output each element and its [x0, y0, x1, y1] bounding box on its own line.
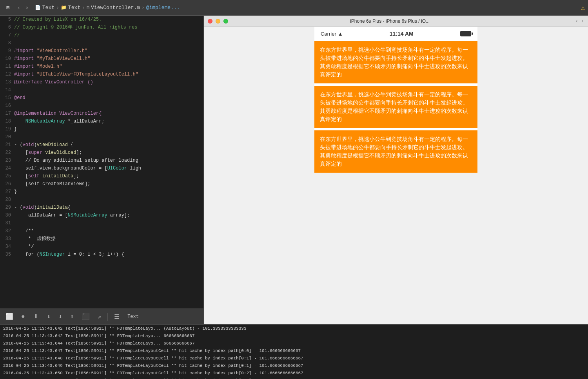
iphone-area: Carrier ▲ 11:14 AM 在东方世界里，挑选小公牛到竞技场角斗有一定… [204, 27, 588, 324]
grid-icon[interactable]: ⊞ [3, 3, 13, 13]
line-number: 22 [0, 149, 14, 157]
console-line: 2016-04-25 11:13:43.650 Text[1856:59911]… [0, 377, 588, 379]
step-over-icon[interactable]: ⬇ [45, 312, 53, 321]
table-cell[interactable]: 在东方世界里，挑选小公牛到竞技场角斗有一定的程序。每一头被带进场地的公牛都要向手… [314, 130, 477, 173]
sim-title: iPhone 6s Plus - iPhone 6s Plus / iO... [208, 18, 572, 24]
code-line: 29- (void)initailData{ [0, 204, 203, 211]
table-cell[interactable]: 在东方世界里，挑选小公牛到竞技场角斗有一定的程序。每一头被带进场地的公牛都要向手… [314, 86, 477, 128]
console-line: 2016-04-25 11:13:43.642 Text[1856:59911]… [0, 332, 588, 340]
console-line: 2016-04-25 11:13:43.650 Text[1856:59911]… [0, 370, 588, 377]
line-number: 12 [0, 70, 14, 78]
code-line: 27} [0, 188, 203, 196]
share-icon[interactable]: ↗ [96, 312, 103, 321]
folder-icon: 📁 [61, 5, 67, 11]
sim-title-bar: iPhone 6s Plus - iPhone 6s Plus / iO... … [204, 16, 588, 27]
line-number: 17 [0, 110, 14, 117]
code-line: 32 /** [0, 227, 203, 235]
cell-text: 在东方世界里，挑选小公牛到竞技场角斗有一定的程序。每一头被带进场地的公牛都要向手… [320, 46, 472, 79]
code-line: 10#import "MyTableViewCell.h" [0, 55, 203, 63]
code-line: 31 [0, 219, 203, 227]
cell-divider [314, 128, 477, 130]
back-arrow[interactable]: ‹ [16, 4, 22, 12]
line-number: 35 [0, 251, 14, 258]
line-content: [super viewDidLoad]; [14, 149, 82, 157]
breadcrumb-sep-2: › [82, 5, 85, 11]
console-line: 2016-04-25 11:13:43.647 Text[1856:59911]… [0, 347, 588, 355]
sim-forward-arrow[interactable]: › [581, 18, 584, 24]
line-content: #import "Model.h" [14, 63, 62, 70]
code-line: 21- (void)viewDidLoad { [0, 141, 203, 149]
console-line: 2016-04-25 11:13:43.644 Text[1856:59911]… [0, 340, 588, 347]
breakpoint-icon[interactable]: ● [20, 312, 27, 321]
bottom-toolbar: ⬜ ● ⏸ ⬇ ⬇ ⬆ ⬛ ↗ ☰ Text [0, 309, 203, 324]
line-content: * 虚拟数据 [14, 235, 56, 243]
line-number: 25 [0, 172, 14, 180]
view-icon[interactable]: ⬛ [80, 312, 91, 321]
line-number: 8 [0, 39, 14, 47]
breadcrumb-at[interactable]: @impleme... [146, 5, 180, 11]
iphone-screen: Carrier ▲ 11:14 AM 在东方世界里，挑选小公牛到竞技场角斗有一定… [314, 27, 477, 173]
line-number: 32 [0, 227, 14, 235]
line-content: self.view.backgroundColor = [UIColor lig… [14, 164, 141, 172]
line-content: @interface ViewController () [14, 78, 93, 86]
status-battery [460, 31, 471, 36]
breadcrumb-filename: ViewController.m [91, 5, 140, 11]
pause-icon[interactable]: ⏸ [31, 312, 41, 321]
line-number: 21 [0, 141, 14, 149]
forward-arrow[interactable]: › [24, 4, 30, 12]
code-line: 25 [self initailData]; [0, 172, 203, 180]
sim-back-arrow[interactable]: ‹ [575, 18, 578, 24]
iphone-status-bar: Carrier ▲ 11:14 AM [314, 27, 477, 41]
status-time: 11:14 AM [390, 31, 414, 37]
line-number: 28 [0, 196, 14, 204]
line-content: NSMutableArray *_allDataArr; [14, 117, 104, 125]
top-bar-right: ⚠ [581, 4, 585, 12]
code-line: 15@end [0, 94, 203, 102]
line-content: #import "UITableView+FDTemplateLayoutCel… [14, 70, 138, 78]
line-number: 10 [0, 55, 14, 63]
iphone-content: 在东方世界里，挑选小公牛到竞技场角斗有一定的程序。每一头被带进场地的公牛都要向手… [314, 41, 477, 173]
line-number: 15 [0, 94, 14, 102]
table-cell[interactable]: 在东方世界里，挑选小公牛到竞技场角斗有一定的程序。每一头被带进场地的公牛都要向手… [314, 41, 477, 83]
line-content: _allDataArr = [NSMutableArray array]; [14, 211, 130, 219]
cell-text: 在东方世界里，挑选小公牛到竞技场角斗有一定的程序。每一头被带进场地的公牛都要向手… [320, 90, 472, 123]
line-number: 13 [0, 78, 14, 86]
code-line: 8 [0, 39, 203, 47]
breadcrumb-text-1[interactable]: Text [42, 5, 54, 11]
code-line: 6// Copyright © 2016年 junFun. All rights… [0, 23, 203, 31]
breadcrumb-item-3: m ViewController.m › [87, 5, 145, 11]
line-number: 29 [0, 204, 14, 211]
line-number: 33 [0, 235, 14, 243]
line-content: // [14, 31, 20, 39]
line-number: 23 [0, 157, 14, 164]
line-content: - (void)initailData{ [14, 204, 71, 211]
code-line: 24 self.view.backgroundColor = [UIColor … [0, 164, 203, 172]
code-line: 23 // Do any additional setup after load… [0, 157, 203, 164]
line-number: 18 [0, 117, 14, 125]
console-icon[interactable]: ⬜ [4, 312, 15, 321]
filter-icon[interactable]: ☰ [113, 312, 121, 321]
top-bar: ⊞ ‹ › 📄 Text › 📁 Text › m ViewController… [0, 0, 588, 16]
line-number: 20 [0, 133, 14, 141]
line-number: 14 [0, 86, 14, 94]
line-number: 31 [0, 219, 14, 227]
code-line: 7// [0, 31, 203, 39]
breadcrumb: 📄 Text › 📁 Text › m ViewController.m › @… [35, 5, 581, 11]
line-content: // Do any additional setup after loading [14, 157, 138, 164]
step-out-icon[interactable]: ⬆ [69, 312, 76, 321]
code-line: 18 NSMutableArray *_allDataArr; [0, 117, 203, 125]
cell-text: 在东方世界里，挑选小公牛到竞技场角斗有一定的程序。每一头被带进场地的公牛都要向手… [320, 135, 472, 168]
line-content: [self createMianViews]; [14, 180, 90, 188]
breadcrumb-text-2[interactable]: Text [68, 5, 80, 11]
carrier-label: Carrier ▲ [321, 31, 343, 37]
step-into-icon[interactable]: ⬇ [57, 312, 64, 321]
console-area: 2016-04-25 11:13:43.642 Text[1856:59911]… [0, 324, 588, 379]
line-number: 19 [0, 125, 14, 133]
code-line: 28 [0, 196, 203, 204]
line-content: #import "MyTableViewCell.h" [14, 55, 90, 63]
code-editor: 5// Created by LuisX on 16/4/25.6// Copy… [0, 16, 204, 324]
line-number: 34 [0, 243, 14, 251]
breadcrumb-item-1: 📄 Text › [35, 5, 59, 11]
line-content: // Copyright © 2016年 junFun. All rights … [14, 23, 137, 31]
battery-icon [460, 31, 471, 36]
